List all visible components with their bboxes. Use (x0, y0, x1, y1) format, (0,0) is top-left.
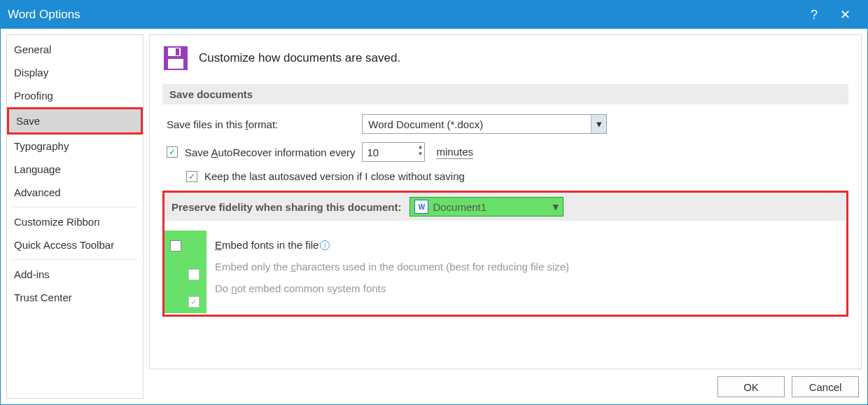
cancel-button[interactable]: Cancel (792, 376, 859, 397)
sidebar-item-general[interactable]: General (7, 38, 143, 61)
sidebar-item-save[interactable]: Save (7, 107, 143, 135)
titlebar: Word Options ? ✕ (1, 1, 867, 29)
row-keep-last-autosaved: ✓ Keep the last autosaved version if I c… (162, 170, 848, 182)
info-icon[interactable]: i (320, 240, 330, 250)
sidebar-divider (13, 207, 137, 207)
preserve-fidelity-document-select[interactable]: W Document1 ▾ (410, 197, 564, 217)
sidebar-item-customize-ribbon[interactable]: Customize Ribbon (7, 210, 143, 233)
category-sidebar: General Display Proofing Save Typography… (6, 34, 144, 399)
row-do-not-embed-common: Do not embed common system fonts (211, 282, 846, 294)
sidebar-item-proofing[interactable]: Proofing (7, 84, 143, 107)
sidebar-divider (13, 259, 137, 260)
section-save-documents: Save documents (162, 84, 848, 104)
autorecover-minutes-spinner[interactable]: 10 ▲▼ (362, 142, 425, 162)
svg-rect-2 (176, 48, 179, 55)
dialog-body: General Display Proofing Save Typography… (1, 29, 867, 404)
panel-header-text: Customize how documents are saved. (199, 51, 400, 65)
window-title: Word Options (8, 8, 799, 22)
chevron-down-icon: ▾ (591, 115, 606, 133)
section-preserve-fidelity: Preserve fidelity when sharing this docu… (164, 193, 846, 221)
do-not-embed-common-label: Do not embed common system fonts (215, 282, 386, 294)
help-button[interactable]: ? (799, 1, 830, 29)
sidebar-item-language[interactable]: Language (7, 158, 143, 181)
sidebar-item-quick-access-toolbar[interactable]: Quick Access Toolbar (7, 233, 143, 256)
embed-checkbox-highlight: ✓ (164, 231, 206, 313)
row-embed-only-used: Embed only the characters used in the do… (211, 261, 846, 273)
row-embed-fonts: Embed fonts in the file i (211, 239, 846, 251)
word-doc-icon: W (414, 200, 428, 214)
row-autorecover: ✓ Save AutoRecover information every 10 … (162, 142, 848, 162)
keep-last-autosaved-checkbox[interactable]: ✓ (186, 171, 197, 182)
embed-fonts-label: Embed fonts in the file (215, 239, 318, 251)
save-format-value: Word Document (*.docx) (368, 118, 483, 130)
preserve-fidelity-document-value: Document1 (433, 201, 486, 213)
word-options-dialog: Word Options ? ✕ General Display Proofin… (0, 0, 868, 405)
dialog-footer: OK Cancel (149, 369, 862, 399)
preserve-fidelity-title: Preserve fidelity when sharing this docu… (172, 201, 401, 213)
sidebar-item-advanced[interactable]: Advanced (7, 181, 143, 204)
save-format-select[interactable]: Word Document (*.docx) ▾ (362, 114, 607, 134)
sidebar-item-display[interactable]: Display (7, 61, 143, 84)
save-format-label: Save files in this format: (167, 118, 278, 130)
content-wrap: Customize how documents are saved. Save … (149, 34, 862, 399)
embed-fonts-checkbox[interactable] (170, 240, 181, 252)
save-disk-icon (162, 45, 189, 71)
sidebar-item-trust-center[interactable]: Trust Center (7, 286, 143, 309)
sidebar-item-typography[interactable]: Typography (7, 135, 143, 158)
minutes-label: minutes (436, 146, 473, 159)
panel-header: Customize how documents are saved. (162, 45, 848, 71)
preserve-fidelity-section: Preserve fidelity when sharing this docu… (162, 191, 848, 317)
save-panel: Customize how documents are saved. Save … (149, 34, 862, 369)
sidebar-item-add-ins[interactable]: Add-ins (7, 263, 143, 286)
embed-only-used-checkbox (188, 269, 200, 280)
row-save-format: Save files in this format: Word Document… (162, 114, 848, 134)
chevron-down-icon: ▾ (553, 200, 559, 213)
ok-button[interactable]: OK (718, 376, 785, 397)
autorecover-minutes-value: 10 (367, 146, 420, 158)
autorecover-checkbox[interactable]: ✓ (167, 146, 178, 158)
close-button[interactable]: ✕ (830, 1, 860, 29)
svg-rect-3 (168, 59, 183, 69)
keep-last-autosaved-label: Keep the last autosaved version if I clo… (204, 170, 465, 182)
do-not-embed-common-checkbox: ✓ (188, 296, 200, 308)
embed-only-used-label: Embed only the characters used in the do… (215, 261, 569, 273)
spinner-arrows-icon: ▲▼ (418, 144, 424, 158)
autorecover-label: Save AutoRecover information every (185, 146, 355, 158)
